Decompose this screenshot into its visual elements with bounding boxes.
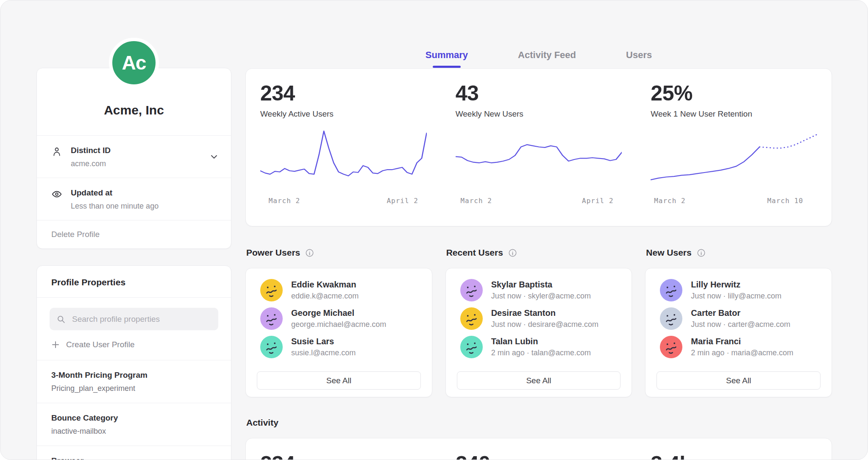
x-tick: April 2 xyxy=(387,197,418,205)
tab-activity-feed-label: Activity Feed xyxy=(518,50,576,60)
avatar-face-icon xyxy=(260,307,283,330)
distinct-id-value: acme.com xyxy=(71,159,111,168)
user-avatar xyxy=(260,336,283,358)
property-value: Pricing_plan_experiment xyxy=(51,384,217,393)
section-power-users: Power Users Eddie Kwakman xyxy=(245,247,432,397)
tab-activity-feed[interactable]: Activity Feed xyxy=(518,50,576,60)
distinct-id-row: Distinct ID acme.com xyxy=(37,136,231,178)
summary-metrics-card: 234 Weekly Active Users March 2 April 2 … xyxy=(245,68,832,226)
chevron-down-icon[interactable] xyxy=(209,152,219,162)
x-tick: March 10 xyxy=(767,197,803,205)
user-row[interactable]: Lilly Herwitz Just now · lilly@acme.com xyxy=(645,276,832,304)
distinct-id-label: Distinct ID xyxy=(71,146,111,155)
activity-metric-value: 234 xyxy=(260,452,427,460)
x-tick: April 2 xyxy=(582,197,613,205)
profile-properties-title: Profile Properties xyxy=(37,266,231,297)
user-row[interactable]: Carter Bator Just now · carter@acme.com xyxy=(645,304,832,333)
updated-at-value: Less than one minute ago xyxy=(71,202,159,211)
activity-section: Activity 234 240 3.4k xyxy=(245,417,832,460)
metric-label: Weekly Active Users xyxy=(260,109,427,119)
updated-at-label: Updated at xyxy=(71,188,159,198)
user-row[interactable]: Eddie Kwakman eddie.k@acme.com xyxy=(246,276,432,304)
tab-users-label: Users xyxy=(626,50,652,60)
section-title: Recent Users xyxy=(446,247,503,258)
company-avatar: Ac xyxy=(109,38,159,88)
search-input[interactable] xyxy=(71,314,211,324)
user-avatar xyxy=(260,279,283,301)
user-name: Susie Lars xyxy=(291,337,356,346)
property-row[interactable]: Browser Chrome xyxy=(37,446,231,460)
avatar-face-icon xyxy=(460,307,483,330)
see-all-button[interactable]: See All xyxy=(657,371,821,390)
tab-summary[interactable]: Summary xyxy=(426,50,468,68)
info-icon[interactable] xyxy=(697,248,706,257)
x-axis-labels: March 2 April 2 xyxy=(456,197,622,206)
metric-week1-retention: 25% Week 1 New User Retention March 2 Ma… xyxy=(636,69,832,226)
user-row[interactable]: Talan Lubin 2 min ago · talan@acme.com xyxy=(446,333,632,361)
create-user-profile-label: Create User Profile xyxy=(66,340,135,349)
x-tick: March 2 xyxy=(654,197,685,205)
avatar-face-icon xyxy=(460,279,483,301)
section-recent-users: Recent Users Skylar Baptista xyxy=(445,247,632,397)
metric-value: 43 xyxy=(456,81,622,106)
activity-metric-value: 240 xyxy=(456,452,622,460)
eye-icon xyxy=(51,189,62,200)
user-last-seen-email: Just now · desirare@acme.com xyxy=(491,320,598,329)
user-row[interactable]: George Michael george.michael@acme.com xyxy=(246,304,432,333)
tab-summary-label: Summary xyxy=(426,50,468,60)
metric-label: Weekly New Users xyxy=(456,109,622,119)
user-row[interactable]: Susie Lars susie.l@acme.com xyxy=(246,333,432,361)
property-row[interactable]: Bounce Category inactive-mailbox xyxy=(37,403,231,446)
user-name: Lilly Herwitz xyxy=(691,280,781,290)
user-row[interactable]: Desirae Stanton Just now · desirare@acme… xyxy=(446,304,632,333)
property-name: Browser xyxy=(51,456,217,460)
see-all-button[interactable]: See All xyxy=(457,371,621,390)
user-email: george.michael@acme.com xyxy=(291,320,386,329)
user-name: Desirae Stanton xyxy=(491,308,598,318)
section-title: New Users xyxy=(646,247,691,258)
user-email: eddie.k@acme.com xyxy=(291,292,359,301)
tab-bar: Summary Activity Feed Users xyxy=(245,50,832,68)
main-content: Summary Activity Feed Users 234 Weekly A… xyxy=(245,0,832,460)
user-avatar xyxy=(460,279,483,301)
property-name: Bounce Category xyxy=(51,413,217,423)
user-name: Eddie Kwakman xyxy=(291,280,359,290)
user-name: Maria Franci xyxy=(691,337,793,346)
profile-card: Acme, Inc Distinct ID acme.com xyxy=(36,68,231,249)
user-name: Talan Lubin xyxy=(491,337,591,346)
section-new-users: New Users Lilly Herwitz xyxy=(645,247,832,397)
delete-profile-button[interactable]: Delete Profile xyxy=(37,220,231,248)
company-avatar-initials: Ac xyxy=(109,38,159,88)
info-icon[interactable] xyxy=(508,248,517,257)
sidebar: Ac Acme, Inc Distinct ID acme.com xyxy=(36,0,231,460)
user-avatar xyxy=(260,307,283,330)
user-avatar xyxy=(660,279,682,301)
power-users-card: Eddie Kwakman eddie.k@acme.com George Mi… xyxy=(245,268,432,397)
tab-users[interactable]: Users xyxy=(626,50,652,60)
recent-users-card: Skylar Baptista Just now · skyler@acme.c… xyxy=(445,268,632,397)
activity-metric-value: 3.4k xyxy=(651,452,817,460)
user-name: Carter Bator xyxy=(691,308,790,318)
user-row[interactable]: Maria Franci 2 min ago · maria@acme.com xyxy=(645,333,832,361)
new-users-card: Lilly Herwitz Just now · lilly@acme.com … xyxy=(645,268,832,397)
user-avatar xyxy=(660,307,682,330)
avatar-face-icon xyxy=(460,336,483,358)
metric-value: 234 xyxy=(260,81,427,106)
company-profile-page: Ac Acme, Inc Distinct ID acme.com xyxy=(0,0,868,460)
user-last-seen-email: Just now · carter@acme.com xyxy=(691,320,790,329)
user-name: Skylar Baptista xyxy=(491,280,591,290)
active-tab-underline xyxy=(433,66,461,68)
info-icon[interactable] xyxy=(305,248,314,257)
user-last-seen-email: Just now · skyler@acme.com xyxy=(491,292,591,301)
property-value: inactive-mailbox xyxy=(51,427,217,436)
property-row[interactable]: 3-Month Pricing Program Pricing_plan_exp… xyxy=(37,360,231,403)
avatar-face-icon xyxy=(260,279,283,301)
x-tick: March 2 xyxy=(269,197,300,205)
updated-at-row: Updated at Less than one minute ago xyxy=(37,178,231,220)
user-row[interactable]: Skylar Baptista Just now · skyler@acme.c… xyxy=(446,276,632,304)
activity-title: Activity xyxy=(245,417,832,428)
avatar-face-icon xyxy=(660,307,682,330)
see-all-button[interactable]: See All xyxy=(257,371,421,390)
create-user-profile-button[interactable]: Create User Profile xyxy=(51,340,217,349)
metric-weekly-new-users: 43 Weekly New Users March 2 April 2 xyxy=(441,69,637,226)
